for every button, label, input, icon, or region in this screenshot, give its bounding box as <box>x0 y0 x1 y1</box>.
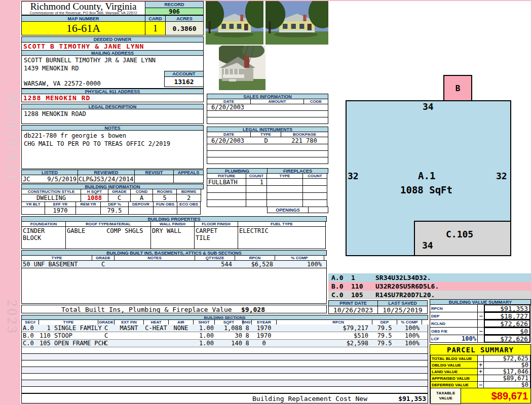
bs-air: NONE <box>168 325 194 332</box>
bvs-sign: − <box>477 327 484 335</box>
bs-whgt: 8 <box>243 325 252 332</box>
empty-row <box>22 347 428 354</box>
built-ins-total-label: Total Built Ins, Plumbing & Fireplace Va… <box>61 306 232 313</box>
bs-heat <box>143 340 169 347</box>
legend-code: C.0 <box>328 291 351 299</box>
parcel-row-land: LAND VALUE + $17,046 <box>430 368 530 375</box>
plumbing-row <box>207 185 328 193</box>
bvs-value: $72,626 <box>484 319 530 328</box>
bs-whgt: 8 <box>243 340 252 347</box>
sales-date-value: 6/20/2003 <box>207 104 251 110</box>
ecoobs-value <box>177 207 201 215</box>
construction-style-value: DWELLING <box>21 194 81 202</box>
reviewed-value: CLP&JS 3/24/2014 <box>78 175 135 183</box>
record-value: 906 <box>145 8 204 15</box>
listed-date: 9/5/2019 <box>47 176 77 183</box>
bs-sec: C.0 <box>22 340 39 347</box>
bs-dep: 79.5 <box>372 325 397 332</box>
floor-finish-line-2: TILE <box>196 234 237 241</box>
bs-heat: C-HEAT <box>143 325 169 332</box>
property-photo-side <box>219 46 265 90</box>
bs-comp: 100% <box>397 340 422 347</box>
built-ins-total-row: Total Built Ins, Plumbing & Fireplace Va… <box>21 305 327 313</box>
sketch-section-b: B <box>443 75 472 101</box>
built-ins-qty-value: 544 <box>195 261 235 268</box>
bvs-label: OBS F/E <box>430 327 478 335</box>
built-ins-grade-value: C <box>92 261 115 268</box>
built-ins-row: 50 UNF BASEMENT C 544 $6,528 100% <box>22 261 326 268</box>
empty-row <box>22 387 428 393</box>
bs-rpcn: $510 <box>276 332 372 339</box>
bs-comp: 100% <box>397 325 422 332</box>
bs-grade: C <box>98 340 115 347</box>
rooms-value: 5 <box>153 194 177 202</box>
revisit-value <box>134 175 174 183</box>
parcel-row-obldg: OBLDG VALUE + $0 <box>430 361 530 369</box>
deeded-owner-value: SCOTT B TIMOTHY & JANE LYNN <box>21 42 204 51</box>
parcel-label: TOTAL BLDG VALUE <box>430 355 478 362</box>
bs-sec: A.0 <box>22 325 39 332</box>
notes-line-2: CHG MAIL TO PER PO TO TREAS OFFIC 2/2019 <box>24 140 170 147</box>
bs-sec: B.0 <box>22 332 39 339</box>
plumbing-row <box>207 199 328 207</box>
bs-shgt: 1.00 <box>193 325 215 332</box>
fixture-value <box>207 199 246 207</box>
map-number-value: 16-61A <box>21 21 145 35</box>
county-subtitle: Commissioner of the Revenue, PO Box 366,… <box>22 11 145 15</box>
building-info-value-row-2: 1970 79.5 <box>21 207 204 215</box>
parcel-value: $72,625 <box>483 355 530 362</box>
property-photo-front-2 <box>265 1 328 45</box>
replacement-cost-value: $91,353 <box>376 395 427 402</box>
sketch-legend-row-a: A.0 1 SR34U32L34D32. <box>328 273 531 282</box>
bvs-extra: 100% <box>462 335 476 342</box>
sketch-dim-top: 34 <box>423 102 434 111</box>
fireplace-type-value <box>267 178 303 186</box>
parcel-value: $89,671 <box>483 375 530 382</box>
floor-finish-line-1: CARPET <box>196 227 237 234</box>
parcel-label: OBLDG VALUE <box>430 361 478 369</box>
legend-num: 105 <box>351 291 375 299</box>
dep-pct-value: 79.5 <box>100 207 129 215</box>
bs-air <box>168 332 194 339</box>
legal-description-value: 1288 MENOKIN ROAD <box>21 109 204 124</box>
parcel-value: $0 <box>483 381 530 388</box>
last-saved-value: 10/25/2019 <box>377 306 428 314</box>
bvs-sign <box>477 335 484 343</box>
bs-shgt: 1.00 <box>193 340 215 347</box>
grade-value: C <box>108 194 131 202</box>
sketch-legend-row-c: C.0 105 R14SU7R20D7L20. <box>328 291 531 299</box>
sidebar-vendor-label: MARSHALL <box>2 81 20 197</box>
sketch-dim-left: 32 <box>348 172 359 181</box>
reviewed-by: CLP&JS <box>79 176 100 183</box>
mailing-line-2: 1439 MENOKIN RD <box>24 65 79 72</box>
sales-amount-value <box>251 104 304 110</box>
parcel-value: $0 <box>483 361 530 369</box>
taxable-value: $89,671 <box>461 388 530 404</box>
sales-row <box>207 117 328 124</box>
bvs-row-rclnd: RCLND $72,626 <box>430 319 531 328</box>
built-ins-type-value: 50 UNF BASEMENT <box>22 261 92 268</box>
bs-type: 110 STOOP <box>39 332 98 339</box>
empty-row <box>22 380 428 387</box>
bs-comp: 100% <box>397 332 422 339</box>
sketch-dim-right: 32 <box>496 172 507 181</box>
fixture-value <box>207 192 246 200</box>
building-sections-body: A.0 1 SINGLE FAMILY C MASNT C-HEAT NONE … <box>21 325 428 393</box>
legend-vector: R14SU7R20D7L20. <box>375 291 435 299</box>
county-header-box: Richmond County, Virginia Commissioner o… <box>21 1 145 15</box>
bvs-value: $18,727 <box>484 312 530 320</box>
property-record-card: Richmond County, Virginia Commissioner o… <box>20 1 531 403</box>
instrument-date-value: 6/20/2003 <box>207 137 251 144</box>
sketch-a-label: A.1 <box>418 171 435 181</box>
county-title: Richmond County, Virginia <box>22 2 145 11</box>
bs-sqft: 30 <box>214 332 243 339</box>
plumbing-row: FULLBATH 1 <box>207 178 328 186</box>
bvs-sign <box>477 319 484 328</box>
parcel-sign: + <box>477 361 484 369</box>
fireplace-count-value <box>302 185 327 193</box>
bvs-value: $91,353 <box>484 304 530 312</box>
parcel-sign <box>477 355 484 362</box>
bs-extfin <box>114 340 144 347</box>
built-ins-notes-value <box>114 261 195 268</box>
bs-whgt: 8 <box>243 332 252 339</box>
